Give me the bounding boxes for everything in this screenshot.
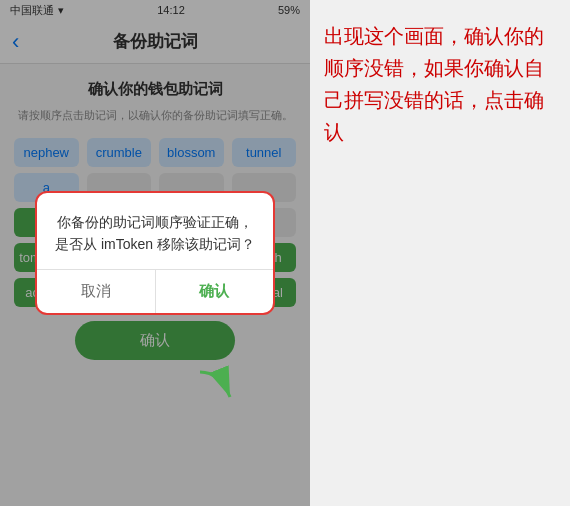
- modal-box: 你备份的助记词顺序验证正确，是否从 imToken 移除该助记词？ 取消 确认: [35, 191, 275, 316]
- modal-content: 你备份的助记词顺序验证正确，是否从 imToken 移除该助记词？: [37, 193, 273, 270]
- modal-confirm-button[interactable]: 确认: [156, 270, 274, 313]
- arrow-container: [190, 362, 250, 416]
- phone-frame: 中国联通 ▾ 14:12 59% ‹ 备份助记词 确认你的钱包助记词 请按顺序点…: [0, 0, 310, 506]
- annotation-panel: 出现这个画面，确认你的顺序没错，如果你确认自己拼写没错的话，点击确认: [310, 0, 570, 506]
- modal-overlay: 你备份的助记词顺序验证正确，是否从 imToken 移除该助记词？ 取消 确认: [0, 0, 310, 506]
- arrow-icon: [190, 362, 250, 412]
- modal-cancel-button[interactable]: 取消: [37, 270, 156, 313]
- annotation-text: 出现这个画面，确认你的顺序没错，如果你确认自己拼写没错的话，点击确认: [324, 20, 556, 148]
- modal-buttons: 取消 确认: [37, 269, 273, 313]
- modal-text: 你备份的助记词顺序验证正确，是否从 imToken 移除该助记词？: [55, 211, 255, 256]
